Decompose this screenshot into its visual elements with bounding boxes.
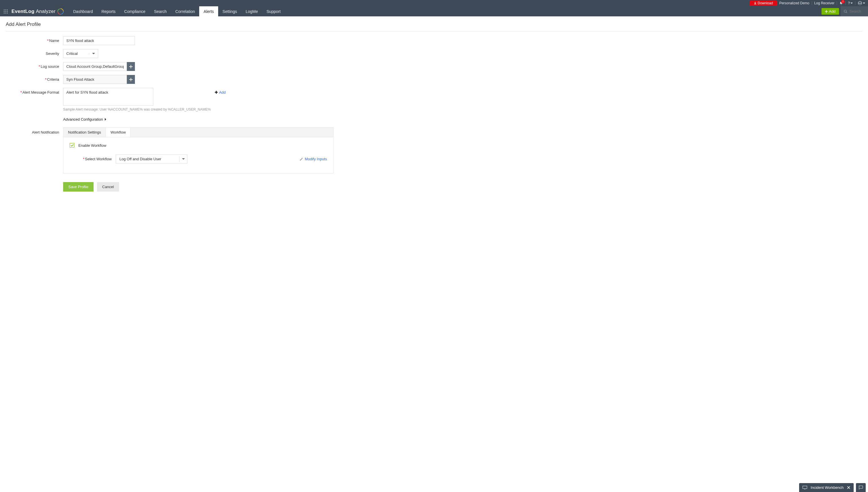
- personalized-demo-link[interactable]: Personalized Demo: [779, 1, 810, 5]
- severity-value: Critical: [66, 51, 78, 56]
- main-nav: EventLog Analyzer Dashboard Reports Comp…: [0, 6, 868, 16]
- nav-tab-alerts[interactable]: Alerts: [199, 6, 218, 16]
- nav-tab-support[interactable]: Support: [262, 6, 285, 16]
- logo-swirl-icon: [56, 7, 64, 16]
- tab-workflow[interactable]: Workflow: [106, 127, 131, 137]
- modify-inputs-link[interactable]: Modify Inputs: [300, 157, 327, 161]
- svg-rect-3: [5, 9, 6, 10]
- svg-rect-2: [4, 9, 5, 10]
- notification-tabs: Notification Settings Workflow: [63, 127, 333, 137]
- download-button[interactable]: Download: [750, 1, 777, 6]
- apps-grid-icon: [3, 9, 8, 14]
- select-workflow-dropdown[interactable]: Log Off and Disable User: [116, 154, 187, 164]
- utility-bar: Download Personalized Demo Log Receiver …: [0, 0, 868, 6]
- svg-rect-9: [5, 13, 6, 14]
- page-content: Add Alert Profile *Name Severity Critica…: [0, 16, 868, 201]
- check-icon: [71, 144, 74, 147]
- plus-icon: ✚: [215, 90, 218, 95]
- plus-icon: [129, 65, 133, 68]
- advanced-config-toggle[interactable]: Advanced Configuration: [63, 117, 106, 122]
- name-label: *Name: [6, 36, 63, 43]
- logsource-label: *Log source: [6, 62, 63, 69]
- pencil-icon: [300, 157, 303, 161]
- download-icon: [754, 2, 757, 5]
- separator: [855, 1, 856, 5]
- name-input[interactable]: [63, 36, 135, 45]
- msgfmt-add-link[interactable]: ✚Add: [215, 88, 226, 112]
- apps-grid-button[interactable]: [0, 6, 11, 16]
- add-button[interactable]: Add: [821, 8, 839, 15]
- download-label: Download: [758, 1, 773, 5]
- add-label: Add: [829, 9, 836, 14]
- select-workflow-label: *Select Workflow: [70, 157, 116, 161]
- criteria-input[interactable]: [63, 75, 127, 84]
- brand-text-bold: EventLog: [11, 8, 36, 14]
- nav-tab-correlation[interactable]: Correlation: [171, 6, 199, 16]
- logsource-add-button[interactable]: [127, 62, 135, 71]
- workflow-tab-body: Enable Workflow *Select Workflow Log Off…: [63, 137, 333, 173]
- separator: [812, 1, 812, 5]
- msgfmt-label: *Alert Message Format: [6, 88, 63, 95]
- add-link-label: Add: [219, 90, 226, 95]
- svg-rect-6: [5, 11, 6, 12]
- select-workflow-value: Log Off and Disable User: [116, 155, 179, 163]
- chevron-down-icon: [89, 53, 95, 54]
- severity-select[interactable]: Critical: [63, 49, 98, 58]
- nav-tab-dashboard[interactable]: Dashboard: [69, 6, 97, 16]
- caret-right-icon: [105, 118, 106, 121]
- svg-rect-7: [7, 11, 8, 12]
- nav-tab-settings[interactable]: Settings: [218, 6, 241, 16]
- brand-logo[interactable]: EventLog Analyzer: [11, 6, 69, 16]
- severity-label: Severity: [6, 49, 63, 56]
- nav-tab-search[interactable]: Search: [150, 6, 171, 16]
- msgfmt-textarea[interactable]: [63, 88, 153, 106]
- plus-icon: [129, 78, 133, 81]
- separator: [837, 1, 837, 5]
- nav-tabs: Dashboard Reports Compliance Search Corr…: [69, 6, 285, 16]
- cancel-button[interactable]: Cancel: [97, 182, 119, 192]
- notification-panel: Notification Settings Workflow Enable Wo…: [63, 127, 334, 173]
- global-search-input[interactable]: [849, 9, 865, 14]
- svg-rect-10: [7, 13, 8, 14]
- user-icon: [858, 1, 862, 5]
- brand-text: EventLog Analyzer: [11, 8, 55, 14]
- svg-rect-5: [4, 11, 5, 12]
- svg-rect-8: [4, 13, 5, 14]
- caret-down-icon: [850, 3, 853, 4]
- notifications-badge: 2: [841, 0, 845, 3]
- notifications-bell[interactable]: 2: [839, 1, 843, 5]
- nav-tab-compliance[interactable]: Compliance: [120, 6, 150, 16]
- msgfmt-hint: Sample Alert message: User %ACCOUNT_NAME…: [63, 107, 211, 112]
- nav-tab-reports[interactable]: Reports: [97, 6, 120, 16]
- alert-notification-label: Alert Notification: [6, 127, 63, 134]
- svg-rect-4: [7, 9, 8, 10]
- criteria-label: *Criteria: [6, 75, 63, 81]
- enable-workflow-checkbox[interactable]: [70, 143, 74, 148]
- page-title: Add Alert Profile: [6, 22, 862, 31]
- criteria-add-button[interactable]: [127, 75, 135, 84]
- separator: [845, 1, 846, 5]
- logsource-input[interactable]: [63, 62, 127, 71]
- save-profile-button[interactable]: Save Profile: [63, 182, 94, 192]
- svg-point-11: [844, 10, 846, 12]
- plus-icon: [825, 10, 828, 13]
- user-menu[interactable]: [858, 1, 865, 5]
- enable-workflow-label: Enable Workflow: [78, 143, 106, 148]
- log-receiver-link[interactable]: Log Receiver: [814, 1, 835, 5]
- chevron-down-icon: [179, 156, 187, 162]
- caret-down-icon: [863, 3, 865, 4]
- brand-text-light: Analyzer: [36, 8, 56, 14]
- help-menu[interactable]: ?: [848, 1, 853, 5]
- search-icon: [844, 9, 848, 14]
- global-search[interactable]: [841, 6, 868, 16]
- tab-notification-settings[interactable]: Notification Settings: [63, 127, 106, 137]
- advanced-config-label: Advanced Configuration: [63, 117, 103, 122]
- svg-point-1: [859, 2, 861, 3]
- nav-tab-logme[interactable]: LogMe: [241, 6, 262, 16]
- modify-inputs-label: Modify Inputs: [305, 157, 327, 161]
- alert-profile-form: *Name Severity Critical *Log source: [6, 36, 862, 192]
- help-label: ?: [848, 1, 850, 5]
